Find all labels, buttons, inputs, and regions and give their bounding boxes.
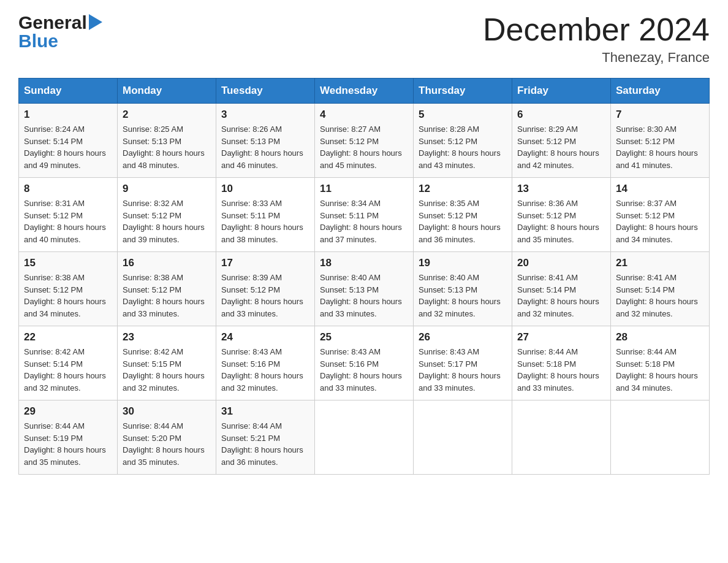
day-info: Sunrise: 8:44 AMSunset: 5:18 PMDaylight:… xyxy=(616,346,704,394)
calendar-table: SundayMondayTuesdayWednesdayThursdayFrid… xyxy=(18,78,710,475)
day-info: Sunrise: 8:37 AMSunset: 5:12 PMDaylight:… xyxy=(616,197,704,245)
calendar-cell xyxy=(414,400,512,475)
calendar-cell: 7 Sunrise: 8:30 AMSunset: 5:12 PMDayligh… xyxy=(611,104,710,178)
day-info: Sunrise: 8:41 AMSunset: 5:14 PMDaylight:… xyxy=(517,272,605,320)
day-info: Sunrise: 8:43 AMSunset: 5:16 PMDaylight:… xyxy=(320,346,408,394)
day-number: 20 xyxy=(517,257,605,269)
calendar-cell: 14 Sunrise: 8:37 AMSunset: 5:12 PMDaylig… xyxy=(611,178,710,252)
day-info: Sunrise: 8:40 AMSunset: 5:13 PMDaylight:… xyxy=(320,272,408,320)
day-number: 25 xyxy=(320,331,408,343)
calendar-cell: 21 Sunrise: 8:41 AMSunset: 5:14 PMDaylig… xyxy=(611,252,710,326)
day-info: Sunrise: 8:31 AMSunset: 5:12 PMDaylight:… xyxy=(24,197,112,245)
calendar-cell xyxy=(315,400,414,475)
day-number: 3 xyxy=(221,109,309,121)
col-header-friday: Friday xyxy=(512,79,611,104)
day-number: 7 xyxy=(616,109,704,121)
calendar-cell xyxy=(512,400,611,475)
day-number: 19 xyxy=(419,257,507,269)
calendar-week-row: 15 Sunrise: 8:38 AMSunset: 5:12 PMDaylig… xyxy=(19,252,710,326)
calendar-cell: 17 Sunrise: 8:39 AMSunset: 5:12 PMDaylig… xyxy=(216,252,315,326)
day-info: Sunrise: 8:44 AMSunset: 5:18 PMDaylight:… xyxy=(517,346,605,394)
day-info: Sunrise: 8:29 AMSunset: 5:12 PMDaylight:… xyxy=(517,123,605,171)
day-number: 13 xyxy=(517,183,605,195)
calendar-cell: 24 Sunrise: 8:43 AMSunset: 5:16 PMDaylig… xyxy=(216,326,315,400)
calendar-cell: 9 Sunrise: 8:32 AMSunset: 5:12 PMDayligh… xyxy=(118,178,216,252)
calendar-cell: 31 Sunrise: 8:44 AMSunset: 5:21 PMDaylig… xyxy=(216,400,315,475)
day-info: Sunrise: 8:43 AMSunset: 5:16 PMDaylight:… xyxy=(221,346,309,394)
day-info: Sunrise: 8:38 AMSunset: 5:12 PMDaylight:… xyxy=(24,272,112,320)
calendar-cell: 1 Sunrise: 8:24 AMSunset: 5:14 PMDayligh… xyxy=(19,104,118,178)
location: Thenezay, France xyxy=(483,50,710,66)
day-number: 26 xyxy=(419,331,507,343)
day-number: 30 xyxy=(123,405,211,418)
day-number: 16 xyxy=(123,257,211,269)
calendar-cell: 25 Sunrise: 8:43 AMSunset: 5:16 PMDaylig… xyxy=(315,326,414,400)
day-number: 24 xyxy=(221,331,309,343)
month-title: December 2024 xyxy=(483,12,710,47)
day-number: 21 xyxy=(616,257,704,269)
col-header-tuesday: Tuesday xyxy=(216,79,315,104)
day-info: Sunrise: 8:42 AMSunset: 5:15 PMDaylight:… xyxy=(123,346,211,394)
col-header-thursday: Thursday xyxy=(414,79,512,104)
day-info: Sunrise: 8:43 AMSunset: 5:17 PMDaylight:… xyxy=(419,346,507,394)
calendar-cell: 8 Sunrise: 8:31 AMSunset: 5:12 PMDayligh… xyxy=(19,178,118,252)
day-number: 15 xyxy=(24,257,112,269)
day-info: Sunrise: 8:34 AMSunset: 5:11 PMDaylight:… xyxy=(320,197,408,245)
calendar-cell: 15 Sunrise: 8:38 AMSunset: 5:12 PMDaylig… xyxy=(19,252,118,326)
calendar-cell: 13 Sunrise: 8:36 AMSunset: 5:12 PMDaylig… xyxy=(512,178,611,252)
day-number: 11 xyxy=(320,183,408,195)
calendar-cell: 28 Sunrise: 8:44 AMSunset: 5:18 PMDaylig… xyxy=(611,326,710,400)
calendar-week-row: 29 Sunrise: 8:44 AMSunset: 5:19 PMDaylig… xyxy=(19,400,710,475)
day-info: Sunrise: 8:40 AMSunset: 5:13 PMDaylight:… xyxy=(419,272,507,320)
day-number: 14 xyxy=(616,183,704,195)
day-info: Sunrise: 8:44 AMSunset: 5:21 PMDaylight:… xyxy=(221,420,309,468)
calendar-cell: 29 Sunrise: 8:44 AMSunset: 5:19 PMDaylig… xyxy=(19,400,118,475)
day-number: 27 xyxy=(517,331,605,343)
title-block: December 2024 Thenezay, France xyxy=(483,12,710,66)
calendar-cell: 30 Sunrise: 8:44 AMSunset: 5:20 PMDaylig… xyxy=(118,400,216,475)
day-number: 6 xyxy=(517,109,605,121)
day-info: Sunrise: 8:32 AMSunset: 5:12 PMDaylight:… xyxy=(123,197,211,245)
day-number: 2 xyxy=(123,109,211,121)
day-number: 28 xyxy=(616,331,704,343)
day-number: 9 xyxy=(123,183,211,195)
calendar-week-row: 1 Sunrise: 8:24 AMSunset: 5:14 PMDayligh… xyxy=(19,104,710,178)
calendar-cell: 5 Sunrise: 8:28 AMSunset: 5:12 PMDayligh… xyxy=(414,104,512,178)
col-header-sunday: Sunday xyxy=(19,79,118,104)
calendar-cell xyxy=(611,400,710,475)
calendar-cell: 18 Sunrise: 8:40 AMSunset: 5:13 PMDaylig… xyxy=(315,252,414,326)
calendar-cell: 6 Sunrise: 8:29 AMSunset: 5:12 PMDayligh… xyxy=(512,104,611,178)
day-number: 5 xyxy=(419,109,507,121)
calendar-cell: 20 Sunrise: 8:41 AMSunset: 5:14 PMDaylig… xyxy=(512,252,611,326)
calendar-cell: 19 Sunrise: 8:40 AMSunset: 5:13 PMDaylig… xyxy=(414,252,512,326)
day-info: Sunrise: 8:38 AMSunset: 5:12 PMDaylight:… xyxy=(123,272,211,320)
day-info: Sunrise: 8:44 AMSunset: 5:19 PMDaylight:… xyxy=(24,420,112,468)
calendar-cell: 23 Sunrise: 8:42 AMSunset: 5:15 PMDaylig… xyxy=(118,326,216,400)
calendar-header-row: SundayMondayTuesdayWednesdayThursdayFrid… xyxy=(19,79,710,104)
day-info: Sunrise: 8:30 AMSunset: 5:12 PMDaylight:… xyxy=(616,123,704,171)
day-info: Sunrise: 8:35 AMSunset: 5:12 PMDaylight:… xyxy=(419,197,507,245)
logo-general-text: General xyxy=(18,12,87,33)
day-info: Sunrise: 8:28 AMSunset: 5:12 PMDaylight:… xyxy=(419,123,507,171)
day-info: Sunrise: 8:33 AMSunset: 5:11 PMDaylight:… xyxy=(221,197,309,245)
calendar-cell: 10 Sunrise: 8:33 AMSunset: 5:11 PMDaylig… xyxy=(216,178,315,252)
logo: General Blue xyxy=(18,12,102,52)
day-number: 1 xyxy=(24,109,112,121)
day-info: Sunrise: 8:36 AMSunset: 5:12 PMDaylight:… xyxy=(517,197,605,245)
day-info: Sunrise: 8:26 AMSunset: 5:13 PMDaylight:… xyxy=(221,123,309,171)
calendar-cell: 4 Sunrise: 8:27 AMSunset: 5:12 PMDayligh… xyxy=(315,104,414,178)
day-number: 12 xyxy=(419,183,507,195)
calendar-week-row: 22 Sunrise: 8:42 AMSunset: 5:14 PMDaylig… xyxy=(19,326,710,400)
day-number: 17 xyxy=(221,257,309,269)
day-number: 31 xyxy=(221,405,309,418)
calendar-cell: 27 Sunrise: 8:44 AMSunset: 5:18 PMDaylig… xyxy=(512,326,611,400)
day-info: Sunrise: 8:42 AMSunset: 5:14 PMDaylight:… xyxy=(24,346,112,394)
day-info: Sunrise: 8:44 AMSunset: 5:20 PMDaylight:… xyxy=(123,420,211,468)
logo-blue-text: Blue xyxy=(18,31,58,52)
col-header-monday: Monday xyxy=(118,79,216,104)
day-number: 29 xyxy=(24,405,112,418)
calendar-week-row: 8 Sunrise: 8:31 AMSunset: 5:12 PMDayligh… xyxy=(19,178,710,252)
day-info: Sunrise: 8:24 AMSunset: 5:14 PMDaylight:… xyxy=(24,123,112,171)
calendar-cell: 26 Sunrise: 8:43 AMSunset: 5:17 PMDaylig… xyxy=(414,326,512,400)
logo-general-row: General xyxy=(18,12,102,33)
